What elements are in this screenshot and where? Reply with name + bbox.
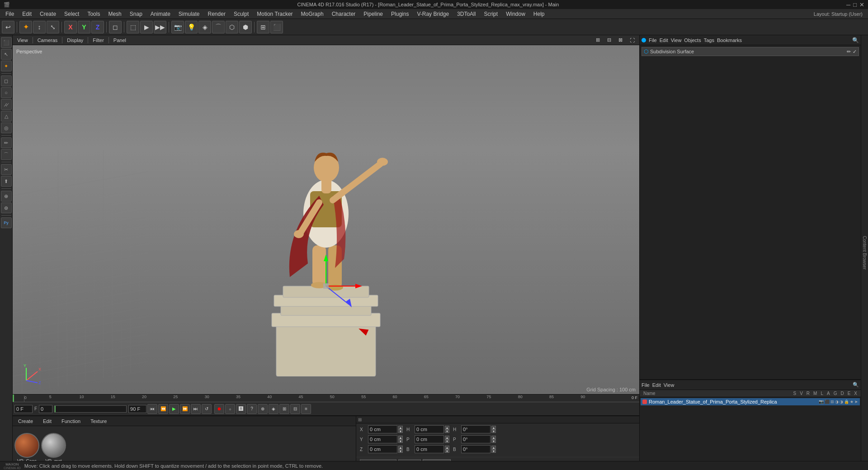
material-item-1[interactable]: VR_Caes bbox=[14, 433, 39, 464]
size-x-up[interactable]: ▲ bbox=[445, 426, 449, 429]
play-button[interactable]: ▶ bbox=[169, 404, 179, 414]
spline-tool[interactable]: ⌒ bbox=[212, 21, 225, 33]
menu-mesh[interactable]: Mesh bbox=[104, 10, 125, 18]
pos-z-stepper[interactable]: ▲ ▼ bbox=[398, 446, 403, 453]
om-icon-star[interactable]: ★ bbox=[850, 400, 854, 404]
pos-x-stepper[interactable]: ▲ ▼ bbox=[398, 426, 403, 433]
current-frame-input[interactable] bbox=[14, 405, 33, 413]
menu-sculpt[interactable]: Sculpt bbox=[230, 10, 252, 18]
size-y-stepper[interactable]: ▲ ▼ bbox=[445, 436, 449, 443]
tool-scale[interactable]: ⤡ bbox=[47, 21, 59, 33]
om-row-main[interactable]: Roman_Leader_Statue_of_Prima_Porta_Styli… bbox=[641, 398, 860, 405]
menu-edit[interactable]: Edit bbox=[19, 10, 35, 18]
me-tab-edit[interactable]: Edit bbox=[39, 418, 55, 425]
size-x-down[interactable]: ▼ bbox=[445, 429, 449, 433]
render-final[interactable]: ▶▶ bbox=[154, 21, 166, 33]
rot-b-down[interactable]: ▼ bbox=[491, 449, 496, 453]
material-ball-2[interactable] bbox=[41, 433, 66, 458]
om-icon-vis1[interactable]: ◑ bbox=[835, 400, 839, 404]
menu-motion-tracker[interactable]: Motion Tracker bbox=[253, 10, 296, 18]
pos-z-up[interactable]: ▲ bbox=[398, 446, 403, 449]
axis-x[interactable]: X bbox=[64, 21, 77, 33]
keyframe-button[interactable]: ⬦ bbox=[225, 404, 235, 414]
rot-b-input[interactable] bbox=[461, 445, 491, 453]
left-tool-pen[interactable]: ✏ bbox=[1, 137, 12, 148]
object-tool[interactable]: ⬢ bbox=[239, 21, 252, 33]
help-button[interactable]: ? bbox=[247, 404, 257, 414]
left-tool-sculpt[interactable]: ⊛ bbox=[1, 202, 12, 213]
size-y-up[interactable]: ▲ bbox=[445, 436, 449, 439]
left-tool-cube[interactable]: ◻ bbox=[1, 75, 12, 86]
menu-select[interactable]: Select bbox=[61, 10, 83, 18]
ob-menu-tags[interactable]: Tags bbox=[704, 38, 714, 43]
menu-file[interactable]: File bbox=[2, 10, 18, 18]
rot-p-stepper[interactable]: ▲ ▼ bbox=[491, 436, 496, 443]
timeline-btn[interactable]: ≡ bbox=[301, 404, 311, 414]
motion-record[interactable]: ⊕ bbox=[258, 404, 268, 414]
viewport-icon-1[interactable]: ⊞ bbox=[593, 36, 603, 44]
viewport-cameras-menu[interactable]: Cameras bbox=[35, 37, 61, 44]
next-frame-button[interactable]: ⏩ bbox=[180, 404, 190, 414]
size-z-input[interactable] bbox=[415, 445, 444, 453]
3d-viewport[interactable]: Perspective Grid Spacing : 100 cm X Y Z bbox=[13, 45, 639, 394]
render-region[interactable]: ⬚ bbox=[127, 21, 139, 33]
om-icon-camera[interactable]: 📷 bbox=[819, 400, 824, 404]
om-search-icon[interactable]: 🔍 bbox=[853, 382, 859, 388]
material-item-2[interactable]: VR_mat bbox=[41, 433, 66, 464]
goto-start-button[interactable]: ⏮ bbox=[147, 404, 157, 414]
viewport-icon-3[interactable]: ⊠ bbox=[616, 36, 625, 44]
material-ball-1[interactable] bbox=[14, 433, 39, 458]
frame-end-input[interactable] bbox=[128, 405, 146, 413]
goto-end-button[interactable]: ⏭ bbox=[191, 404, 201, 414]
ob-search-icon[interactable]: 🔍 bbox=[852, 37, 859, 43]
render-preview[interactable]: ▶ bbox=[140, 21, 153, 33]
camera-toggle[interactable]: 📷 bbox=[171, 21, 184, 33]
mode-object[interactable]: ◻ bbox=[109, 21, 122, 33]
rot-h-stepper[interactable]: ▲ ▼ bbox=[491, 426, 496, 433]
menu-animate[interactable]: Animate bbox=[147, 10, 174, 18]
position-y-input[interactable] bbox=[368, 435, 397, 443]
me-tab-function[interactable]: Function bbox=[58, 418, 84, 425]
menu-script[interactable]: Script bbox=[480, 10, 501, 18]
viewport-view-menu[interactable]: View bbox=[14, 37, 31, 44]
rot-b-stepper[interactable]: ▲ ▼ bbox=[491, 446, 496, 453]
tool-move[interactable]: ↕ bbox=[33, 21, 46, 33]
pos-y-up[interactable]: ▲ bbox=[398, 436, 403, 439]
pos-z-down[interactable]: ▼ bbox=[398, 449, 403, 453]
viewport-panel-menu[interactable]: Panel bbox=[111, 37, 129, 44]
viewport-icon-2[interactable]: ⊟ bbox=[604, 36, 614, 44]
om-icon-arrow[interactable]: ➤ bbox=[854, 400, 858, 404]
me-tab-create[interactable]: Create bbox=[14, 418, 37, 425]
om-menu-file[interactable]: File bbox=[642, 382, 650, 388]
rot-b-up[interactable]: ▲ bbox=[491, 446, 496, 449]
rot-p-down[interactable]: ▼ bbox=[491, 439, 496, 443]
menu-snap[interactable]: Snap bbox=[126, 10, 146, 18]
titlebar-controls[interactable]: ─ □ ✕ bbox=[846, 1, 864, 8]
menu-help[interactable]: Help bbox=[530, 10, 548, 18]
ob-menu-objects[interactable]: Objects bbox=[684, 38, 701, 43]
light-tool[interactable]: 💡 bbox=[185, 21, 198, 33]
position-z-input[interactable] bbox=[368, 445, 397, 453]
record-button[interactable]: ⏺ bbox=[214, 404, 224, 414]
scrubber-bar[interactable] bbox=[54, 405, 127, 413]
rot-p-input[interactable] bbox=[461, 435, 491, 443]
left-tool-sphere[interactable]: ○ bbox=[1, 87, 12, 98]
om-icon-layer[interactable]: ⊞ bbox=[830, 400, 834, 404]
left-tool-magnet[interactable]: ⊕ bbox=[1, 191, 12, 202]
menu-pipeline[interactable]: Pipeline bbox=[360, 10, 387, 18]
size-y-down[interactable]: ▼ bbox=[445, 439, 449, 443]
size-z-stepper[interactable]: ▲ ▼ bbox=[445, 446, 449, 453]
ob-menu-file[interactable]: File bbox=[649, 38, 657, 43]
left-tool-cursor[interactable]: ↖ bbox=[1, 49, 12, 60]
left-tool-move[interactable]: ✦ bbox=[1, 61, 12, 71]
rot-p-up[interactable]: ▲ bbox=[491, 436, 496, 439]
viewport-filter-menu[interactable]: Filter bbox=[90, 37, 106, 44]
nurbs-tool[interactable]: ⬡ bbox=[226, 21, 238, 33]
position-x-input[interactable] bbox=[368, 425, 397, 433]
axis-z[interactable]: Z bbox=[91, 21, 104, 33]
ob-item-check-icon[interactable]: ✓ bbox=[853, 49, 857, 55]
axis-y[interactable]: Y bbox=[78, 21, 90, 33]
viewport-display-menu[interactable]: Display bbox=[64, 37, 86, 44]
menu-vray-bridge[interactable]: V-Ray Bridge bbox=[413, 10, 453, 18]
motion-key[interactable]: ◈ bbox=[269, 404, 278, 414]
